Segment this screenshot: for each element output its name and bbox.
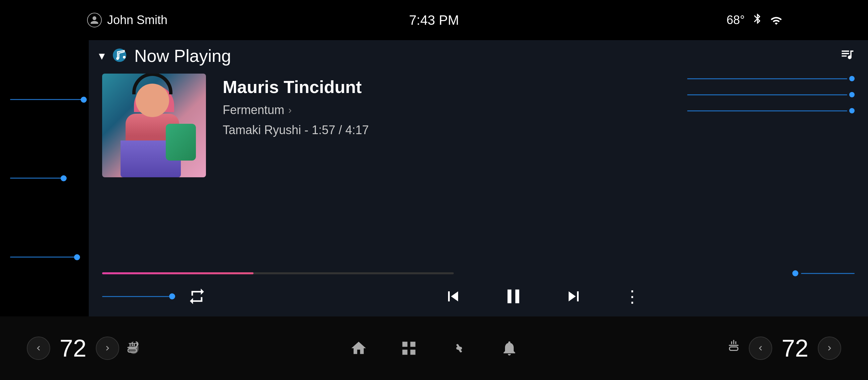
more-options-button[interactable]: ⋮ [621,285,644,308]
album-art [102,74,206,177]
player-card: ▾ Now Playing [89,40,868,316]
status-left: John Smith [87,13,167,27]
repeat-control [102,285,209,308]
left-heat-seat-icon [125,338,142,358]
track-artist-time: Tamaki Ryushi - 1:57 / 4:17 [223,123,671,137]
pause-button[interactable] [500,283,527,310]
status-time: 7:43 PM [409,13,459,28]
right-temp-decrease-button[interactable] [749,337,772,360]
track-artist: Tamaki Ryushi [223,123,301,137]
bottom-bar: 72 [0,316,868,380]
album-chevron-icon: › [288,104,292,116]
track-time-separator: - [304,123,312,137]
progress-fill [102,272,253,274]
track-current-time: 1:57 [312,123,335,137]
svg-rect-10 [730,347,738,350]
collapse-button[interactable]: ▾ [99,49,105,63]
svg-point-8 [458,347,461,350]
progress-right-slider [792,270,855,276]
left-sliders-panel [0,40,89,316]
nav-icons [347,337,521,360]
controls-section: ⋮ [89,276,868,316]
right-slider-3 [687,110,855,112]
status-bar: John Smith 7:43 PM 68° [0,0,868,40]
signal-icon [770,15,781,26]
right-heat-seat-icon [726,338,743,358]
previous-button[interactable] [440,283,466,310]
username-label: John Smith [107,13,167,27]
left-slider-1 [10,99,89,101]
left-temp-control: 72 [27,335,142,362]
next-button[interactable] [560,283,587,310]
track-time-slash: / [339,123,345,137]
svg-rect-3 [127,347,137,348]
progress-track[interactable] [102,272,454,274]
left-temp-decrease-button[interactable] [27,337,50,360]
svg-point-2 [123,56,126,59]
right-slider-1 [687,78,855,80]
repeat-button[interactable] [185,285,209,308]
track-info: Mauris Tincidunt Fermentum › Tamaki Ryus… [223,74,671,137]
playback-controls: ⋮ [229,283,855,310]
right-temp-value: 72 [778,335,812,362]
svg-point-1 [116,57,119,60]
track-name: Mauris Tincidunt [223,77,671,97]
player-header: ▾ Now Playing [89,40,868,70]
now-playing-title: Now Playing [134,46,231,66]
right-temp-control: 72 [726,335,841,362]
right-slider-2 [687,94,855,96]
right-sliders [687,74,855,112]
user-avatar-icon [87,13,102,27]
bluetooth-icon [751,13,764,28]
track-album[interactable]: Fermentum › [223,103,671,117]
left-slider-3 [10,256,89,258]
status-right: 68° [727,13,781,28]
fan-button[interactable] [447,337,471,360]
queue-icon[interactable] [840,47,855,65]
svg-rect-9 [729,345,738,346]
music-note-icon [112,47,128,65]
right-temp-increase-button[interactable] [818,337,841,360]
player-content: Mauris Tincidunt Fermentum › Tamaki Ryus… [89,70,868,274]
left-temp-increase-button[interactable] [96,337,119,360]
left-temp-value: 72 [56,335,90,362]
grid-button[interactable] [397,337,421,360]
home-button[interactable] [347,337,370,360]
track-total-time: 4:17 [345,123,369,137]
temperature-label: 68° [727,13,745,27]
player-header-left: ▾ Now Playing [99,46,231,66]
progress-section [89,270,868,276]
left-slider-2 [10,177,89,179]
bell-button[interactable] [498,337,521,360]
